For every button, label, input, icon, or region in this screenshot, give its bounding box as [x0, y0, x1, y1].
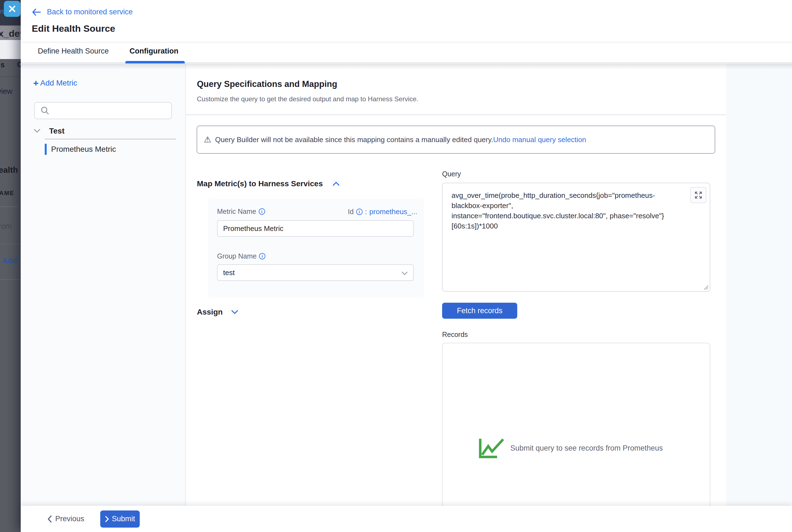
- drawer-footer: Previous Submit: [21, 506, 792, 532]
- chevron-right-icon: [105, 516, 109, 522]
- group-name-label: Group Name: [217, 252, 257, 260]
- background-toolbar-band: [0, 40, 21, 59]
- background-row-fragment: Prom: [0, 222, 12, 231]
- background-add-button-fragment: + Add: [0, 256, 17, 265]
- section-heading: Query Specifications and Mapping: [197, 79, 337, 89]
- submit-button-label: Submit: [112, 515, 135, 523]
- divider: [186, 115, 726, 115]
- search-icon: [40, 106, 50, 115]
- tab-configuration[interactable]: Configuration: [130, 47, 178, 55]
- selected-indicator-bar: [45, 144, 47, 155]
- id-colon: :: [365, 208, 367, 216]
- undo-manual-query-link[interactable]: Undo manual query selection: [493, 135, 586, 144]
- metric-group-test[interactable]: Test: [49, 127, 65, 135]
- background-page-dimmed: nt x_dev s C rview ealth So AME Prom + A…: [0, 0, 21, 532]
- plus-icon: +: [33, 79, 39, 87]
- metric-name-label: Metric Name: [217, 208, 256, 215]
- back-link-label: Back to monitored service: [47, 8, 133, 16]
- add-metric-button[interactable]: + Add Metric: [33, 79, 77, 88]
- divider: [0, 244, 21, 244]
- chevron-up-icon[interactable]: [333, 182, 339, 186]
- edit-health-source-drawer: Back to monitored service Edit Health So…: [21, 0, 792, 532]
- info-icon[interactable]: i: [259, 253, 265, 259]
- id-label: Id: [348, 208, 354, 216]
- group-name-label-row: Group Name i: [217, 252, 265, 260]
- records-panel: Submit query to see records from Prometh…: [442, 343, 710, 506]
- search-input[interactable]: [54, 107, 169, 115]
- background-content: s C rview ealth So AME Prom + Add: [0, 59, 21, 532]
- drawer-body: + Add Metric Test Prometheus: [21, 64, 792, 506]
- divider: [0, 206, 18, 207]
- tab-define-health-source[interactable]: Define Health Source: [38, 47, 109, 55]
- query-textarea[interactable]: avg_over_time(probe_http_duration_second…: [442, 183, 710, 292]
- metric-name-input[interactable]: [217, 220, 414, 237]
- page-title: Edit Health Source: [32, 23, 115, 34]
- metric-id-link[interactable]: prometheus_...: [369, 208, 417, 216]
- divider: [0, 279, 21, 280]
- assign-section-title[interactable]: Assign: [197, 308, 223, 317]
- map-metrics-section-title[interactable]: Map Metric(s) to Harness Services: [197, 179, 323, 188]
- group-name-select[interactable]: test: [217, 264, 414, 281]
- right-gutter: [726, 64, 792, 506]
- divider: [45, 139, 176, 139]
- group-name-value: test: [223, 268, 235, 277]
- background-navitem-fragment: rview: [0, 87, 13, 96]
- sidebar-item-label: Prometheus Metric: [51, 145, 116, 154]
- line-chart-icon: [478, 437, 505, 459]
- metric-search: [34, 102, 172, 119]
- chevron-down-icon: [402, 271, 408, 275]
- background-tab-fragment: s: [1, 61, 5, 69]
- expand-query-button[interactable]: [690, 187, 706, 203]
- info-icon[interactable]: i: [259, 208, 265, 215]
- resize-grip[interactable]: [702, 283, 708, 290]
- metrics-sidebar: + Add Metric Test Prometheus: [21, 64, 186, 506]
- previous-button[interactable]: Previous: [47, 515, 84, 523]
- query-builder-warning-banner: ⚠ Query Builder will not be available si…: [197, 126, 715, 154]
- x-icon: [8, 5, 16, 13]
- background-tab-fragment: C: [17, 60, 21, 69]
- background-page-title-band: x_dev: [0, 25, 21, 40]
- divider: [21, 42, 792, 42]
- query-label: Query: [442, 170, 461, 178]
- info-icon[interactable]: i: [356, 209, 363, 215]
- divider: [0, 76, 21, 77]
- chevron-left-icon: [47, 515, 52, 523]
- add-metric-label: Add Metric: [40, 79, 77, 88]
- sidebar-item-prometheus-metric[interactable]: Prometheus Metric: [45, 143, 177, 155]
- map-metric-card: Metric Name i Id i : prometheus_... Grou…: [208, 199, 424, 298]
- records-label: Records: [442, 330, 468, 339]
- expand-icon: [694, 191, 703, 200]
- close-icon[interactable]: [4, 1, 20, 17]
- screen: nt x_dev s C rview ealth So AME Prom + A…: [0, 0, 792, 532]
- back-arrow-icon: [32, 8, 41, 16]
- submit-button[interactable]: Submit: [100, 511, 140, 528]
- background-heading-fragment: ealth So: [0, 165, 21, 175]
- warning-text: Query Builder will not be available sinc…: [215, 135, 493, 144]
- chevron-down-icon[interactable]: [34, 129, 40, 133]
- back-link[interactable]: Back to monitored service: [32, 8, 133, 16]
- drawer-header: Back to monitored service Edit Health So…: [21, 0, 792, 63]
- background-page-title-fragment: x_dev: [0, 28, 21, 39]
- previous-button-label: Previous: [55, 515, 84, 523]
- section-subheading: Customize the query to get the desired o…: [197, 95, 418, 103]
- active-tab-underline: [125, 61, 185, 63]
- records-empty-state: Submit query to see records from Prometh…: [478, 437, 663, 459]
- fetch-records-button[interactable]: Fetch records: [442, 303, 517, 319]
- warning-icon: ⚠: [204, 135, 211, 144]
- query-text: avg_over_time(probe_http_duration_second…: [452, 190, 685, 231]
- metric-name-label-row: Metric Name i: [217, 208, 265, 215]
- background-column-header-fragment: AME: [0, 190, 14, 197]
- records-empty-text: Submit query to see records from Prometh…: [510, 444, 663, 453]
- metric-id-row: Id i : prometheus_...: [348, 208, 417, 216]
- chevron-down-icon[interactable]: [232, 310, 238, 314]
